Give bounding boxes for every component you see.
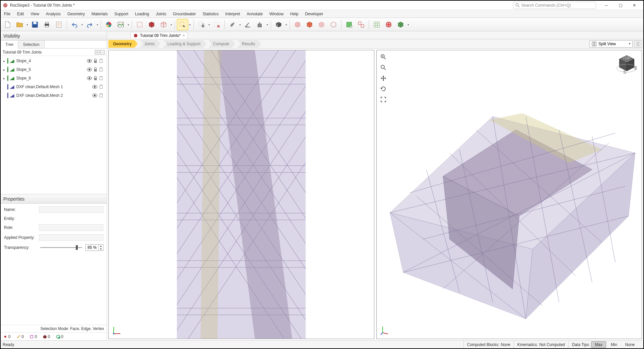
menu-file[interactable]: File [1, 10, 14, 18]
block-2-button[interactable] [304, 19, 315, 30]
select-rect-button[interactable] [134, 19, 145, 30]
eye-icon[interactable] [92, 85, 97, 89]
view-mode-select[interactable]: Split View ▾ [589, 40, 633, 48]
transparency-slider[interactable] [40, 247, 82, 248]
tree-item[interactable]: DXF clean.Default.Mesh 2 [1, 91, 107, 100]
undo-button[interactable]: ▾ [69, 19, 80, 30]
prop-role-select[interactable] [39, 224, 103, 231]
clear-selection-button[interactable] [211, 19, 222, 30]
tree-item[interactable]: ▸Slope_5 [1, 65, 107, 74]
clipboard-icon[interactable] [99, 93, 103, 98]
expand-all-icon[interactable] [95, 50, 99, 55]
image-button[interactable]: ▾ [115, 19, 126, 30]
stage-joints[interactable]: Joints [140, 40, 161, 48]
transparency-spinbox[interactable]: 85 % ▲▼ [85, 244, 103, 251]
clipboard-icon[interactable] [99, 76, 103, 81]
menu-view[interactable]: View [27, 10, 43, 18]
prop-applied-select[interactable] [39, 234, 103, 241]
cube-wire-button[interactable]: ▾ [158, 19, 169, 30]
prop-applied-label: Applied Property: [4, 235, 39, 240]
angle-button[interactable] [242, 19, 253, 30]
globe-button[interactable] [383, 19, 394, 30]
zoom-tool[interactable] [379, 64, 387, 72]
menu-loading[interactable]: Loading [132, 10, 153, 18]
pan-tool[interactable] [379, 74, 387, 82]
new-file-button[interactable] [2, 19, 13, 30]
menu-support[interactable]: Support [111, 10, 132, 18]
selection-mode-button[interactable]: ▾ [177, 19, 188, 30]
menu-geometry[interactable]: Geometry [64, 10, 88, 18]
data-tips-none-button[interactable]: None [622, 342, 638, 348]
lock-icon[interactable] [93, 67, 97, 72]
rotate-tool[interactable] [379, 85, 387, 93]
stage-loading-support[interactable]: Loading & Support [163, 40, 206, 48]
block-1-button[interactable] [292, 19, 303, 30]
data-tips-max-button[interactable]: Max [591, 341, 606, 348]
eye-icon[interactable] [87, 68, 92, 72]
grid-button[interactable] [371, 19, 382, 30]
lock-selection-button[interactable]: ▾ [196, 19, 207, 30]
zoom-in-tool[interactable] [379, 53, 387, 61]
menu-edit[interactable]: Edit [14, 10, 27, 18]
clipboard-icon[interactable] [99, 85, 103, 89]
expand-icon[interactable]: ▸ [2, 77, 6, 80]
visibility-tab-tree[interactable]: Tree [1, 41, 18, 49]
menu-interpret[interactable]: Interpret [222, 10, 243, 18]
fit-tool[interactable] [379, 95, 387, 103]
tree-item[interactable]: ▸Slope_4 [1, 57, 107, 65]
block-3-button[interactable] [316, 19, 327, 30]
menu-analysis[interactable]: Analysis [43, 10, 64, 18]
eye-icon[interactable] [92, 93, 97, 97]
expand-icon[interactable]: ▸ [2, 59, 6, 63]
block-4-button[interactable] [328, 19, 339, 30]
face-tool-button[interactable]: ▾ [273, 19, 284, 30]
expand-icon[interactable]: ▸ [2, 68, 6, 72]
navigation-cube[interactable]: TOP S E [615, 53, 638, 76]
menu-help[interactable]: Help [287, 10, 302, 18]
menu-joints[interactable]: Joints [153, 10, 170, 18]
red-cubes-button[interactable] [355, 19, 367, 30]
stage-geometry[interactable]: Geometry [108, 40, 138, 48]
viewport-right[interactable]: TOP S E [376, 50, 642, 339]
viewport-left[interactable] [108, 50, 374, 339]
paint-button[interactable]: ▾ [227, 19, 238, 30]
color-wheel-button[interactable] [103, 19, 114, 30]
data-tips-min-button[interactable]: Min [607, 342, 620, 348]
lock-icon[interactable] [93, 59, 97, 63]
menu-groundwater[interactable]: Groundwater [170, 10, 199, 18]
visibility-tab-selection[interactable]: Selection [18, 41, 44, 48]
document-tab[interactable]: Tutorial 09 Trim Joints* × [130, 32, 188, 39]
green-box-button[interactable]: + [343, 19, 355, 30]
eye-icon[interactable] [87, 59, 92, 63]
prop-name-input[interactable] [39, 206, 103, 213]
menu-statistics[interactable]: Statistics [199, 10, 222, 18]
cube-solid-button[interactable] [146, 19, 157, 30]
tree-item[interactable]: ▸Slope_6 [1, 74, 107, 83]
collapse-all-icon[interactable] [100, 50, 105, 55]
tree-item[interactable]: DXF clean.Default.Mesh 1 [1, 83, 107, 91]
lock-icon[interactable] [93, 76, 97, 81]
search-commands-box[interactable]: Search Commands (Ctrl+Q) [513, 2, 596, 9]
eye-icon[interactable] [87, 76, 92, 80]
clipboard-icon[interactable] [99, 59, 103, 63]
stage-compute[interactable]: Compute [208, 40, 235, 48]
menu-window[interactable]: Window [266, 10, 287, 18]
window-close-button[interactable]: ✕ [627, 2, 641, 9]
window-minimize-button[interactable]: ─ [599, 2, 613, 9]
stage-results[interactable]: Results [237, 40, 261, 48]
redo-button[interactable]: ▾ [84, 19, 95, 30]
menu-developer[interactable]: Developer [302, 10, 327, 18]
print-button[interactable] [41, 19, 53, 30]
open-file-button[interactable]: ▾ [14, 19, 25, 30]
doc-tab-close[interactable]: × [183, 33, 185, 38]
save-button[interactable] [29, 19, 41, 30]
menu-materials[interactable]: Materials [88, 10, 111, 18]
menu-annotate[interactable]: Annotate [243, 10, 266, 18]
svg-rect-77 [636, 42, 638, 46]
link-views-button[interactable] [634, 40, 642, 48]
extrude-button[interactable]: ▾ [254, 19, 265, 30]
window-maximize-button[interactable]: ▢ [613, 2, 627, 9]
clipboard-icon[interactable] [99, 67, 103, 72]
notes-button[interactable] [53, 19, 64, 30]
green-cube-button[interactable]: ▾ [395, 19, 406, 30]
